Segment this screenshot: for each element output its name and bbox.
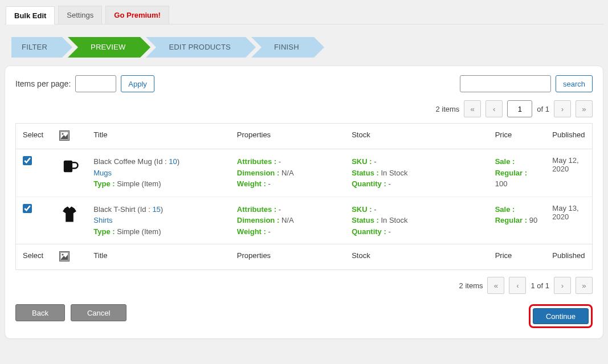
regular-value: 90	[529, 216, 537, 224]
col-title: Title	[87, 124, 230, 149]
status-value: In Stock	[381, 169, 407, 177]
status-label: Status :	[352, 169, 381, 177]
page-first-button[interactable]: «	[464, 100, 481, 117]
row-checkbox[interactable]	[23, 204, 32, 213]
status-value: In Stock	[381, 216, 407, 224]
page-last-button[interactable]: »	[576, 100, 593, 117]
top-tabs: Bulk Edit Settings Go Premium!	[5, 5, 603, 24]
panel-footer: Back Cancel Continue	[15, 304, 593, 328]
step-filter[interactable]: FILTER	[11, 37, 62, 58]
search-button[interactable]: search	[556, 75, 593, 92]
preview-panel: Items per page: Apply search 2 items « ‹…	[5, 66, 603, 339]
regular-value: 100	[495, 179, 508, 188]
regular-label: Regular :	[495, 169, 527, 177]
col-price: Price	[488, 124, 546, 149]
items-per-page-input[interactable]	[75, 75, 116, 92]
quantity-value: -	[388, 179, 390, 188]
tab-go-premium[interactable]: Go Premium!	[105, 6, 169, 24]
tab-bulk-edit[interactable]: Bulk Edit	[6, 6, 55, 24]
item-count: 2 items	[435, 105, 459, 113]
quantity-label: Quantity :	[352, 179, 388, 188]
type-label: Type :	[93, 227, 117, 236]
quantity-value: -	[388, 227, 390, 236]
col-title-foot: Title	[87, 244, 230, 270]
sale-label: Sale :	[495, 157, 515, 166]
published-date: May 12, 2020	[545, 149, 592, 197]
wizard-steps: FILTER PREVIEW EDIT PRODUCTS FINISH	[5, 37, 603, 58]
products-table: Select Title Properties Stock Price Publ…	[15, 123, 593, 270]
svg-point-4	[62, 254, 63, 256]
page-prev-button[interactable]: ‹	[509, 277, 526, 294]
attributes-value: -	[279, 205, 281, 214]
col-properties: Properties	[230, 124, 345, 149]
quantity-label: Quantity :	[352, 227, 388, 236]
weight-label: Weight :	[237, 179, 268, 188]
weight-value: -	[268, 227, 271, 236]
type-label: Type :	[93, 179, 117, 188]
page-input[interactable]	[507, 100, 532, 117]
pagination-top: 2 items « ‹ of 1 › »	[15, 100, 593, 117]
product-title: Black Coffee Mug	[93, 157, 152, 166]
svg-point-1	[62, 133, 63, 135]
page-last-button[interactable]: »	[576, 277, 593, 294]
image-icon	[59, 130, 70, 141]
product-category-link[interactable]: Mugs	[93, 169, 112, 177]
col-stock-foot: Stock	[345, 244, 488, 270]
type-value: Simple (Item)	[117, 227, 161, 236]
step-preview[interactable]: PREVIEW	[68, 37, 140, 58]
image-icon	[59, 251, 70, 261]
product-id: (Id : 15)	[137, 205, 163, 214]
attributes-label: Attributes :	[237, 157, 279, 166]
apply-button[interactable]: Apply	[121, 75, 154, 92]
svg-rect-2	[64, 161, 72, 172]
page-prev-button[interactable]: ‹	[485, 100, 503, 117]
dimension-label: Dimension :	[237, 216, 281, 224]
dimension-label: Dimension :	[237, 169, 281, 177]
toolbar: Items per page: Apply search	[15, 75, 593, 92]
sku-value: -	[374, 205, 376, 214]
weight-label: Weight :	[237, 227, 268, 236]
weight-value: -	[268, 179, 271, 188]
page-of-text: of 1	[537, 105, 549, 113]
published-date: May 13, 2020	[545, 197, 592, 244]
col-properties-foot: Properties	[230, 244, 345, 270]
continue-button[interactable]: Continue	[533, 308, 589, 324]
col-published-foot: Published	[545, 244, 592, 270]
sku-label: SKU :	[352, 157, 374, 166]
tab-settings[interactable]: Settings	[58, 6, 102, 24]
product-thumbnail	[59, 156, 80, 177]
sale-label: Sale :	[495, 205, 515, 214]
dimension-value: N/A	[281, 169, 294, 177]
item-count: 2 items	[459, 281, 483, 290]
back-button[interactable]: Back	[15, 304, 65, 321]
col-published: Published	[545, 124, 592, 149]
table-row: Black T-Shirt (Id : 15)ShirtsType : Simp…	[16, 197, 593, 244]
product-title: Black T-Shirt	[93, 205, 135, 214]
type-value: Simple (Item)	[117, 179, 161, 188]
page-next-button[interactable]: ›	[554, 100, 571, 117]
col-image	[52, 124, 87, 149]
sku-label: SKU :	[352, 205, 374, 214]
status-label: Status :	[352, 216, 381, 224]
page-first-button[interactable]: «	[487, 277, 504, 294]
pagination-bottom: 2 items « ‹ 1 of 1 › »	[15, 277, 593, 294]
attributes-label: Attributes :	[237, 205, 279, 214]
product-category-link[interactable]: Shirts	[93, 216, 112, 224]
step-finish[interactable]: FINISH	[251, 37, 314, 58]
cancel-button[interactable]: Cancel	[71, 304, 127, 321]
step-edit-products[interactable]: EDIT PRODUCTS	[146, 37, 246, 58]
product-id: (Id : 10)	[154, 157, 179, 166]
sku-value: -	[374, 157, 376, 166]
col-select-foot: Select	[16, 244, 52, 270]
continue-highlight: Continue	[529, 304, 593, 328]
table-row: Black Coffee Mug (Id : 10)MugsType : Sim…	[16, 149, 593, 197]
search-input[interactable]	[460, 75, 551, 92]
page-next-button[interactable]: ›	[554, 277, 571, 294]
page-text: 1 of 1	[531, 281, 549, 290]
col-price-foot: Price	[488, 244, 546, 270]
col-stock: Stock	[345, 124, 488, 149]
col-image-foot	[52, 244, 87, 270]
items-per-page-label: Items per page:	[15, 79, 71, 88]
row-checkbox[interactable]	[23, 156, 32, 165]
attributes-value: -	[279, 157, 281, 166]
